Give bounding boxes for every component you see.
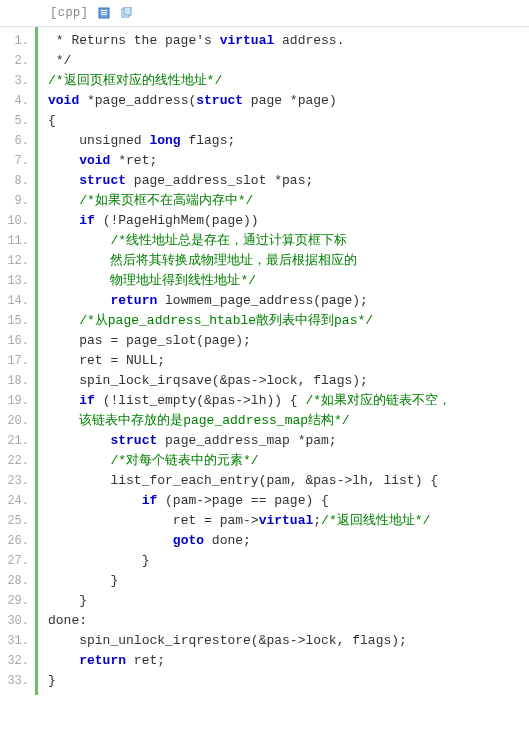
code-line: /*线性地址总是存在，通过计算页框下标 bbox=[48, 231, 529, 251]
line-number: 24. bbox=[0, 491, 29, 511]
line-number: 18. bbox=[0, 371, 29, 391]
code-line: } bbox=[48, 571, 529, 591]
code-line: pas = page_slot(page); bbox=[48, 331, 529, 351]
code-line: ret = pam->virtual;/*返回线性地址*/ bbox=[48, 511, 529, 531]
line-number: 27. bbox=[0, 551, 29, 571]
code-line: if (!PageHighMem(page)) bbox=[48, 211, 529, 231]
code-block: 1. 2. 3. 4. 5. 6. 7. 8. 9. 10. 11. 12. 1… bbox=[0, 27, 529, 695]
line-number: 12. bbox=[0, 251, 29, 271]
svg-rect-5 bbox=[124, 7, 131, 15]
copy-icon[interactable] bbox=[119, 6, 133, 20]
code-line: if (!list_empty(&pas->lh)) { /*如果对应的链表不空… bbox=[48, 391, 529, 411]
code-line: } bbox=[48, 671, 529, 691]
code-line: goto done; bbox=[48, 531, 529, 551]
code-header: [cpp] bbox=[0, 0, 529, 27]
line-numbers: 1. 2. 3. 4. 5. 6. 7. 8. 9. 10. 11. 12. 1… bbox=[0, 27, 38, 695]
line-number: 33. bbox=[0, 671, 29, 691]
line-number: 2. bbox=[0, 51, 29, 71]
line-number: 11. bbox=[0, 231, 29, 251]
line-number: 32. bbox=[0, 651, 29, 671]
line-number: 31. bbox=[0, 631, 29, 651]
line-number: 29. bbox=[0, 591, 29, 611]
line-number: 19. bbox=[0, 391, 29, 411]
code-line: */ bbox=[48, 51, 529, 71]
line-number: 20. bbox=[0, 411, 29, 431]
svg-rect-2 bbox=[101, 12, 107, 13]
code-line: /*返回页框对应的线性地址*/ bbox=[48, 71, 529, 91]
code-line: 物理地址得到线性地址*/ bbox=[48, 271, 529, 291]
code-line: void *ret; bbox=[48, 151, 529, 171]
code-line: /*从page_address_htable散列表中得到pas*/ bbox=[48, 311, 529, 331]
code-line: spin_unlock_irqrestore(&pas->lock, flags… bbox=[48, 631, 529, 651]
view-plain-icon[interactable] bbox=[97, 6, 111, 20]
line-number: 21. bbox=[0, 431, 29, 451]
line-number: 13. bbox=[0, 271, 29, 291]
code-line: return ret; bbox=[48, 651, 529, 671]
line-number: 30. bbox=[0, 611, 29, 631]
line-number: 6. bbox=[0, 131, 29, 151]
code-line: } bbox=[48, 551, 529, 571]
line-number: 17. bbox=[0, 351, 29, 371]
svg-rect-1 bbox=[101, 10, 107, 11]
line-number: 23. bbox=[0, 471, 29, 491]
line-number: 8. bbox=[0, 171, 29, 191]
code-line: if (pam->page == page) { bbox=[48, 491, 529, 511]
line-number: 25. bbox=[0, 511, 29, 531]
code-line: return lowmem_page_address(page); bbox=[48, 291, 529, 311]
code-line: * Returns the page's virtual address. bbox=[48, 31, 529, 51]
code-line: { bbox=[48, 111, 529, 131]
line-number: 22. bbox=[0, 451, 29, 471]
code-line: unsigned long flags; bbox=[48, 131, 529, 151]
code-line: done: bbox=[48, 611, 529, 631]
code-line: void *page_address(struct page *page) bbox=[48, 91, 529, 111]
code-content: * Returns the page's virtual address. */… bbox=[38, 27, 529, 695]
line-number: 3. bbox=[0, 71, 29, 91]
line-number: 10. bbox=[0, 211, 29, 231]
code-line: } bbox=[48, 591, 529, 611]
line-number: 14. bbox=[0, 291, 29, 311]
line-number: 1. bbox=[0, 31, 29, 51]
code-line: /*对每个链表中的元素*/ bbox=[48, 451, 529, 471]
code-line: 该链表中存放的是page_address_map结构*/ bbox=[48, 411, 529, 431]
code-line: struct page_address_slot *pas; bbox=[48, 171, 529, 191]
line-number: 9. bbox=[0, 191, 29, 211]
code-line: /*如果页框不在高端内存中*/ bbox=[48, 191, 529, 211]
code-line: list_for_each_entry(pam, &pas->lh, list)… bbox=[48, 471, 529, 491]
code-line: struct page_address_map *pam; bbox=[48, 431, 529, 451]
language-tag: [cpp] bbox=[50, 6, 89, 20]
line-number: 28. bbox=[0, 571, 29, 591]
code-line: spin_lock_irqsave(&pas->lock, flags); bbox=[48, 371, 529, 391]
line-number: 16. bbox=[0, 331, 29, 351]
line-number: 7. bbox=[0, 151, 29, 171]
line-number: 5. bbox=[0, 111, 29, 131]
line-number: 4. bbox=[0, 91, 29, 111]
line-number: 26. bbox=[0, 531, 29, 551]
code-line: 然后将其转换成物理地址，最后根据相应的 bbox=[48, 251, 529, 271]
svg-rect-3 bbox=[101, 14, 107, 15]
line-number: 15. bbox=[0, 311, 29, 331]
code-line: ret = NULL; bbox=[48, 351, 529, 371]
